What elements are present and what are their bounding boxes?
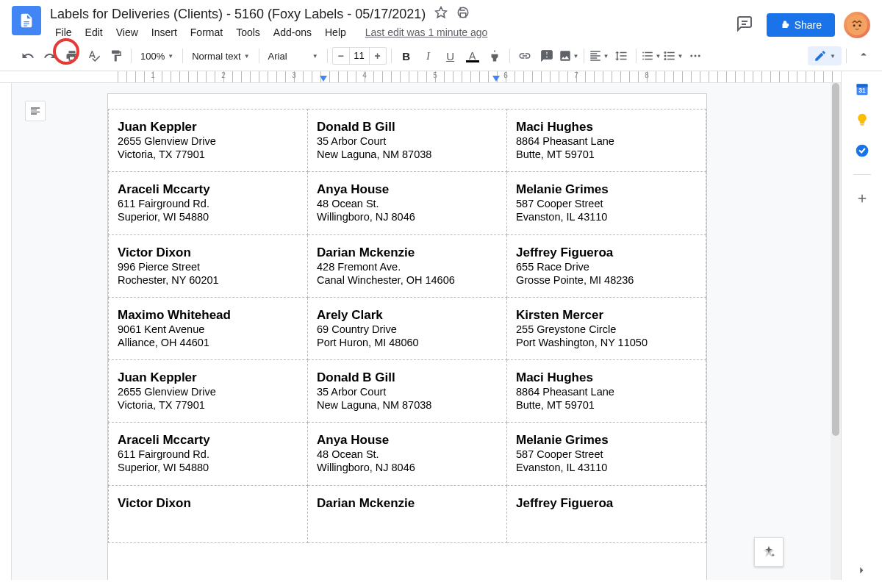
paint-format-button[interactable] — [106, 46, 126, 66]
label-address-line2: Canal Winchester, OH 14606 — [317, 273, 498, 287]
document-title[interactable]: Labels for Deliveries (Clients) - 5160 (… — [50, 7, 426, 22]
label-cell[interactable]: Jeffrey Figueroa655 Race DriveGrosse Poi… — [507, 235, 706, 298]
label-address-line1: 8864 Pheasant Lane — [516, 135, 697, 148]
docs-logo[interactable] — [12, 6, 41, 35]
label-cell[interactable]: Melanie Grimes587 Cooper StreetEvanston,… — [507, 172, 706, 234]
labels-table: Juan Keppler2655 Glenview DriveVictoria,… — [108, 94, 706, 543]
zoom-dropdown[interactable]: 100%▼ — [136, 51, 178, 62]
ruler-indent-marker[interactable] — [320, 76, 327, 82]
menu-help[interactable]: Help — [320, 24, 351, 41]
scrollbar-thumb[interactable] — [832, 83, 839, 436]
label-cell[interactable]: Donald B Gill35 Arbor CourtNew Laguna, N… — [308, 109, 507, 172]
font-size-decrease[interactable]: − — [333, 48, 349, 64]
ruler-right-marker[interactable] — [492, 76, 500, 82]
add-addon-icon[interactable] — [855, 191, 870, 206]
label-address-line1: 611 Fairground Rd. — [118, 448, 298, 461]
link-button[interactable] — [514, 46, 535, 66]
comments-icon[interactable] — [731, 10, 758, 40]
horizontal-ruler[interactable]: 1 2 3 4 5 6 7 8 — [0, 71, 841, 83]
menu-tools[interactable]: Tools — [231, 24, 265, 41]
user-avatar[interactable] — [844, 12, 870, 38]
checklist-button[interactable]: ▼ — [641, 46, 662, 66]
move-icon[interactable] — [456, 6, 470, 22]
spellcheck-button[interactable] — [84, 46, 104, 66]
outline-toggle-button[interactable] — [25, 101, 46, 121]
share-button[interactable]: Share — [767, 13, 835, 37]
document-page[interactable]: Juan Keppler2655 Glenview DriveVictoria,… — [107, 93, 707, 580]
workspace: 1 2 3 4 5 6 7 8 Juan Keppler2655 Glenvie… — [0, 71, 882, 580]
label-cell[interactable]: Donald B Gill35 Arbor CourtNew Laguna, N… — [308, 360, 507, 423]
menu-file[interactable]: File — [50, 24, 77, 41]
explore-button[interactable] — [754, 537, 784, 567]
more-button[interactable] — [685, 46, 706, 66]
label-cell[interactable]: Arely Clark69 Country DrivePort Huron, M… — [308, 298, 507, 360]
tasks-icon[interactable] — [855, 143, 870, 158]
side-panel-toggle[interactable] — [854, 563, 869, 581]
italic-button[interactable]: I — [418, 46, 439, 66]
svg-point-5 — [664, 55, 666, 57]
label-cell[interactable]: Jeffrey Figueroa — [507, 486, 706, 543]
svg-rect-13 — [860, 124, 864, 126]
underline-button[interactable]: U — [440, 46, 461, 66]
header: Labels for Deliveries (Clients) - 5160 (… — [0, 0, 882, 41]
editing-mode-button[interactable]: ▼ — [808, 46, 842, 65]
label-cell[interactable]: Araceli Mccarty611 Fairground Rd.Superio… — [108, 423, 308, 485]
star-icon[interactable] — [434, 6, 448, 22]
menu-format[interactable]: Format — [185, 24, 228, 41]
label-name: Donald B Gill — [317, 370, 498, 385]
vertical-scrollbar[interactable] — [831, 83, 841, 580]
font-size-value[interactable]: 11 — [349, 48, 370, 64]
text-color-button[interactable]: A — [462, 50, 483, 62]
label-name: Juan Keppler — [118, 120, 298, 135]
bullet-list-button[interactable]: ▼ — [663, 46, 684, 66]
label-cell[interactable]: Victor Dixon996 Pierce StreetRochester, … — [108, 235, 308, 298]
label-cell[interactable]: Darian Mckenzie428 Fremont Ave.Canal Win… — [308, 235, 507, 298]
label-cell[interactable]: Maci Hughes8864 Pheasant LaneButte, MT 5… — [507, 109, 706, 172]
label-cell[interactable]: Darian Mckenzie — [308, 486, 507, 543]
header-right: Share — [731, 6, 870, 40]
label-cell[interactable]: Maximo Whitehead9061 Kent AvenueAlliance… — [108, 298, 308, 360]
font-size-increase[interactable]: + — [370, 48, 386, 64]
vertical-ruler[interactable] — [0, 83, 12, 580]
label-row: Victor Dixon996 Pierce StreetRochester, … — [108, 235, 706, 298]
menu-view[interactable]: View — [111, 24, 143, 41]
label-address-line1: 2655 Glenview Drive — [118, 135, 298, 148]
image-button[interactable]: ▼ — [559, 46, 579, 66]
label-cell[interactable]: Kirsten Mercer255 Greystone CirclePort W… — [507, 298, 706, 360]
last-edit-link[interactable]: Last edit was 1 minute ago — [360, 24, 493, 41]
label-address-line2: Victoria, TX 77901 — [118, 148, 298, 161]
label-name: Maximo Whitehead — [118, 308, 298, 323]
calendar-icon[interactable]: 31 — [855, 82, 870, 96]
separator — [131, 49, 132, 63]
label-cell[interactable]: Juan Keppler2655 Glenview DriveVictoria,… — [108, 360, 308, 423]
label-cell[interactable]: Anya House48 Ocean St.Willingboro, NJ 80… — [308, 172, 507, 234]
label-cell[interactable]: Araceli Mccarty611 Fairground Rd.Superio… — [108, 172, 308, 234]
line-spacing-button[interactable] — [611, 46, 631, 66]
align-button[interactable]: ▼ — [589, 46, 609, 66]
comment-button[interactable] — [537, 46, 557, 66]
font-dropdown[interactable]: Arial▼ — [264, 51, 323, 62]
label-address-line1: 48 Ocean St. — [317, 197, 498, 210]
redo-button[interactable] — [40, 46, 60, 66]
bold-button[interactable]: B — [396, 46, 417, 66]
label-name: Maci Hughes — [516, 120, 697, 135]
print-button[interactable] — [62, 46, 82, 66]
label-cell[interactable]: Juan Keppler2655 Glenview DriveVictoria,… — [108, 109, 308, 172]
label-cell[interactable]: Anya House48 Ocean St.Willingboro, NJ 80… — [308, 423, 507, 485]
menu-edit[interactable]: Edit — [80, 24, 108, 41]
style-dropdown[interactable]: Normal text▼ — [187, 51, 254, 62]
share-label: Share — [795, 19, 822, 31]
highlight-button[interactable] — [484, 46, 505, 66]
label-cell[interactable]: Maci Hughes8864 Pheasant LaneButte, MT 5… — [507, 360, 706, 423]
keep-icon[interactable] — [855, 112, 870, 127]
undo-button[interactable] — [18, 46, 38, 66]
label-address-line1: 428 Fremont Ave. — [317, 260, 498, 273]
menu-insert[interactable]: Insert — [146, 24, 182, 41]
label-address-line2: Victoria, TX 77901 — [118, 398, 298, 412]
label-cell[interactable]: Victor Dixon — [108, 486, 308, 543]
separator — [182, 49, 183, 63]
svg-point-6 — [664, 58, 666, 60]
hide-menus-button[interactable] — [857, 48, 870, 64]
menu-addons[interactable]: Add-ons — [268, 24, 317, 41]
label-cell[interactable]: Melanie Grimes587 Cooper StreetEvanston,… — [507, 423, 706, 485]
